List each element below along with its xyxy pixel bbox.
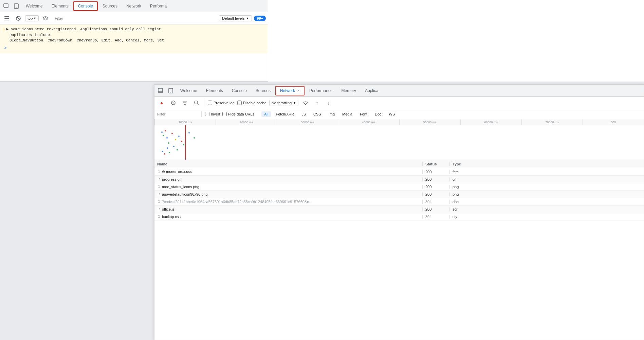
file-icon: 🗋: [157, 207, 161, 211]
import-icon[interactable]: ↑: [313, 99, 321, 107]
tab-network-bottom[interactable]: Network ✕: [275, 86, 305, 95]
tick-50000: 50000 ms: [399, 119, 460, 125]
cell-status-1: 200: [423, 170, 450, 174]
svg-point-22: [305, 104, 306, 105]
device-icon-bottom[interactable]: [166, 86, 176, 95]
tab-sources-bottom[interactable]: Sources: [252, 86, 275, 95]
filter-btn-font[interactable]: Font: [357, 111, 370, 117]
timeline-dot: [188, 132, 190, 133]
tab-application-bottom[interactable]: Applica: [361, 86, 382, 95]
network-toolbar: ● Preserve log Disa: [154, 97, 644, 109]
chevron-down-icon-throttle: ▼: [293, 101, 296, 105]
filter-btn-ws[interactable]: WS: [386, 111, 398, 117]
chevron-down-icon-levels: ▼: [246, 17, 249, 20]
svg-line-16: [172, 101, 174, 104]
tab-network-top[interactable]: Network: [122, 1, 145, 11]
cell-type-6: scr: [450, 207, 477, 211]
network-table-body: 🗋 ⊙ moeerrorux.css 200 fetc 🗋 progress.g…: [154, 168, 644, 340]
levels-dropdown[interactable]: Default levels ▼: [219, 15, 252, 21]
console-panel: Welcome Elements Console Sources Network…: [0, 0, 268, 82]
filter-btn-img[interactable]: Img: [326, 111, 337, 117]
filter-btn-all[interactable]: All: [261, 111, 271, 117]
svg-rect-5: [4, 16, 9, 17]
cell-name-3: 🗋 moe_status_icons.png: [154, 185, 423, 189]
file-icon: 🗋: [157, 192, 161, 196]
record-button[interactable]: ●: [157, 99, 166, 107]
svg-point-4: [16, 7, 17, 8]
table-row[interactable]: 🗋 ⊙ moeerrorux.css 200 fetc: [154, 168, 644, 176]
network-filter-input[interactable]: [157, 112, 198, 116]
table-row[interactable]: 🗋 agavedefaulticon96x96.png 200 png: [154, 191, 644, 198]
table-row[interactable]: 🗋 moe_status_icons.png 200 png: [154, 183, 644, 191]
timeline-dot: [194, 137, 195, 139]
inspect-icon-bottom[interactable]: [156, 86, 165, 95]
filter-icon[interactable]: [180, 99, 189, 107]
file-icon: 🗋: [157, 200, 161, 203]
header-name[interactable]: Name: [154, 162, 423, 166]
tick-20000: 20000 ms: [216, 119, 277, 125]
tab-welcome-top[interactable]: Welcome: [22, 1, 47, 11]
svg-point-10: [45, 18, 46, 19]
console-toolbar: top ▼ Default levels ▼ 99+: [0, 12, 268, 24]
device-icon[interactable]: [12, 1, 21, 11]
tab-close-icon[interactable]: ✕: [297, 89, 300, 92]
tab-memory-bottom[interactable]: Memory: [337, 86, 360, 95]
network-table-header: Name Status Type: [154, 160, 644, 168]
warning-line-2: Duplicates include:: [3, 32, 265, 38]
table-row[interactable]: 🗋 progress.gif 200 gif: [154, 176, 644, 183]
invert-checkbox[interactable]: Invert: [205, 112, 220, 116]
filter-btn-media[interactable]: Media: [339, 111, 355, 117]
search-network-icon[interactable]: [192, 99, 201, 107]
cell-type-3: png: [450, 185, 477, 189]
hide-data-urls-checkbox[interactable]: Hide data URLs: [222, 112, 255, 116]
cell-name-4: 🗋 agavedefaulticon96x96.png: [154, 192, 423, 196]
filter-btn-doc[interactable]: Doc: [372, 111, 384, 117]
block-icon[interactable]: [14, 14, 23, 23]
tab-performance-top[interactable]: Performa: [146, 1, 171, 11]
cell-name-2: 🗋 progress.gif: [154, 177, 423, 181]
timeline-red-marker: [185, 125, 186, 160]
disable-cache-checkbox[interactable]: Disable cache: [237, 101, 266, 105]
filter-btn-fetch[interactable]: Fetch/XHR: [273, 111, 297, 117]
cell-type-5: doc: [450, 200, 477, 204]
console-prompt[interactable]: >: [3, 45, 265, 52]
table-row[interactable]: 🗋 backup.css 304 sty: [154, 213, 644, 220]
header-status[interactable]: Status: [423, 162, 450, 166]
timeline-dot: [166, 137, 168, 139]
tick-70000: 70000 ms: [521, 119, 583, 125]
header-type[interactable]: Type: [450, 162, 477, 166]
timeline-dot: [178, 136, 180, 137]
tab-welcome-bottom[interactable]: Welcome: [176, 86, 201, 95]
clear-console-icon[interactable]: [2, 14, 12, 23]
preserve-log-checkbox[interactable]: Preserve log: [208, 101, 235, 105]
tab-console-bottom[interactable]: Console: [228, 86, 251, 95]
tab-performance-bottom[interactable]: Performance: [305, 86, 337, 95]
table-row[interactable]: 🗋 ?code=f29141bbe6e1964ca567691a6db85ab7…: [154, 198, 644, 205]
tab-console-top[interactable]: Console: [73, 1, 98, 11]
context-selector[interactable]: top ▼: [25, 15, 39, 21]
timeline-dot: [183, 144, 184, 145]
timeline-dot: [171, 133, 173, 134]
export-icon[interactable]: ↓: [324, 99, 333, 107]
svg-rect-11: [158, 88, 163, 92]
chevron-down-icon: ▼: [33, 17, 36, 20]
tab-elements-top[interactable]: Elements: [48, 1, 73, 11]
filter-btn-js[interactable]: JS: [299, 111, 309, 117]
inspect-icon[interactable]: [1, 1, 11, 11]
wifi-icon[interactable]: [301, 99, 310, 107]
cell-name-6: 🗋 office.js: [154, 207, 423, 211]
svg-rect-6: [4, 18, 9, 19]
table-row[interactable]: 🗋 office.js 200 scr: [154, 205, 644, 213]
console-filter-input[interactable]: [52, 15, 217, 21]
tab-sources-top[interactable]: Sources: [98, 1, 122, 11]
timeline-chart[interactable]: [154, 125, 644, 160]
cell-type-4: png: [450, 192, 477, 196]
throttle-dropdown[interactable]: No throttling ▼: [269, 100, 298, 106]
timeline-dot: [169, 152, 170, 153]
tab-elements-bottom[interactable]: Elements: [202, 86, 227, 95]
filter-btn-css[interactable]: CSS: [311, 111, 324, 117]
clear-network-icon[interactable]: [169, 99, 178, 107]
tick-60000: 60000 ms: [460, 119, 521, 125]
eye-icon[interactable]: [41, 14, 50, 23]
network-panel: Welcome Elements Console Sources Network…: [154, 84, 644, 340]
